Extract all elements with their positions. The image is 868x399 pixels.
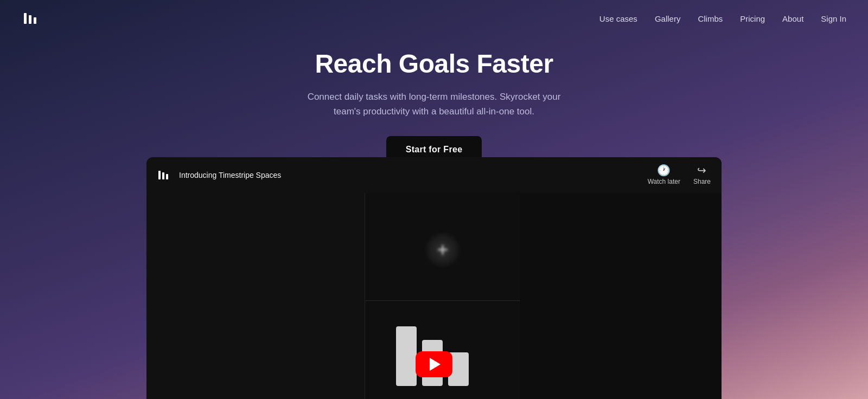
nav-pricing[interactable]: Pricing [740, 14, 765, 23]
watch-later-label: Watch later [648, 178, 680, 185]
play-triangle-icon [430, 358, 441, 371]
video-title: Introducing Timestripe Spaces [179, 171, 281, 179]
nav-gallery[interactable]: Gallery [655, 14, 681, 23]
navbar: Use cases Gallery Climbs Pricing About S… [0, 0, 868, 37]
watch-later-icon: 🕐 [657, 165, 671, 176]
nav-sign-in[interactable]: Sign In [821, 14, 846, 23]
share-icon: ↪ [697, 165, 706, 176]
video-right-panel [520, 193, 722, 399]
video-header: Introducing Timestripe Spaces 🕐 Watch la… [146, 157, 722, 193]
svg-rect-1 [29, 15, 31, 24]
nav-climbs[interactable]: Climbs [698, 14, 723, 23]
share-label: Share [693, 178, 711, 185]
svg-rect-0 [24, 13, 27, 24]
youtube-play-button[interactable] [416, 351, 452, 377]
svg-rect-3 [158, 171, 161, 179]
youtube-red-bg [416, 351, 452, 377]
video-content: + [146, 193, 722, 399]
svg-rect-5 [166, 174, 168, 179]
video-header-right: 🕐 Watch later ↪ Share [648, 165, 711, 185]
video-left-panel [146, 193, 365, 399]
watch-later-button[interactable]: 🕐 Watch later [648, 165, 680, 185]
separator-line [365, 300, 520, 301]
plus-symbol: + [437, 239, 448, 261]
plus-circle: + [424, 231, 462, 269]
nav-use-cases[interactable]: Use cases [599, 14, 637, 23]
video-section: Introducing Timestripe Spaces 🕐 Watch la… [146, 157, 722, 399]
nav-about[interactable]: About [782, 14, 803, 23]
hero-subtitle: Connect daily tasks with long-term miles… [298, 89, 570, 119]
svg-rect-6 [396, 326, 417, 386]
video-header-left: Introducing Timestripe Spaces [157, 168, 281, 183]
svg-rect-4 [162, 172, 164, 179]
video-center-top: + [365, 193, 520, 306]
svg-rect-2 [34, 17, 36, 24]
share-button[interactable]: ↪ Share [693, 165, 711, 185]
nav-links: Use cases Gallery Climbs Pricing About S… [599, 14, 846, 23]
hero-title: Reach Goals Faster [315, 49, 553, 79]
logo[interactable] [22, 9, 41, 28]
